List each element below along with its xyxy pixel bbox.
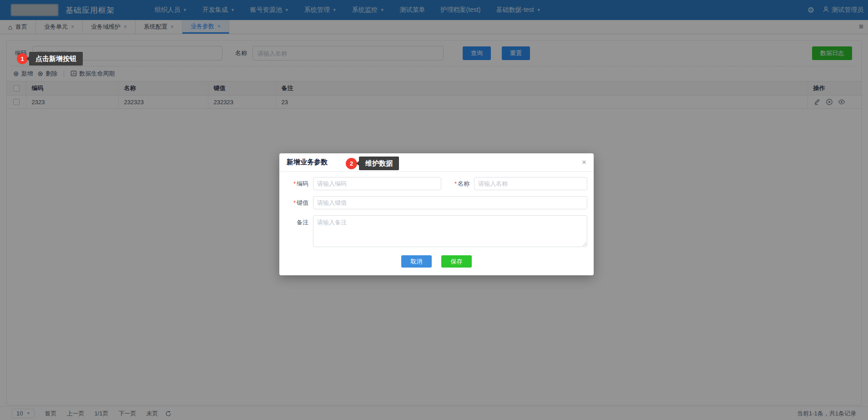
modal-remark-label: 备注 (286, 218, 308, 227)
dialog-close-icon[interactable]: × (582, 158, 586, 166)
modal-name-label: *名称 (448, 180, 469, 188)
dialog-title: 新增业务参数 (287, 158, 328, 167)
modal-key-label: *键值 (286, 199, 308, 207)
save-button[interactable]: 保存 (441, 255, 472, 268)
dialog-footer: 取消 保存 (286, 255, 587, 268)
cancel-button[interactable]: 取消 (401, 255, 432, 268)
modal-code-input[interactable] (313, 177, 441, 190)
add-param-dialog: 新增业务参数 × *编码 *名称 *键值 备注 取消 保存 (279, 153, 594, 275)
tour-step2-badge: 2 (346, 158, 357, 169)
tour-step2-tooltip: 维护数据 (359, 157, 399, 170)
tour-step1-tooltip: 点击新增按钮 (29, 52, 83, 66)
dialog-body: *编码 *名称 *键值 备注 取消 保存 (279, 172, 594, 268)
modal-code-label: *编码 (286, 180, 308, 188)
dialog-header: 新增业务参数 × (279, 153, 594, 172)
modal-key-input[interactable] (313, 196, 587, 209)
modal-remark-textarea[interactable] (313, 215, 587, 247)
modal-name-input[interactable] (474, 177, 587, 190)
